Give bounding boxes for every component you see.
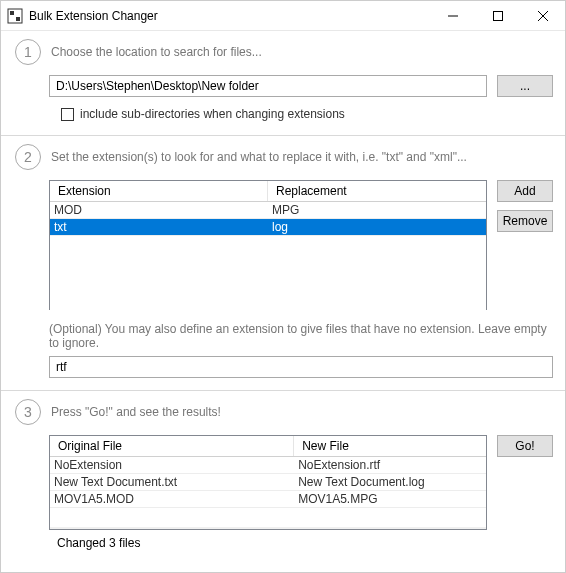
browse-button[interactable]: ...	[497, 75, 553, 97]
extensions-table[interactable]: Extension Replacement MODMPGtxtlog	[49, 180, 487, 310]
include-subdirs-label: include sub-directories when changing ex…	[80, 107, 345, 121]
cell-replacement: MPG	[268, 202, 486, 218]
add-button[interactable]: Add	[497, 180, 553, 202]
table-row[interactable]: MOV1A5.MODMOV1A5.MPG	[50, 491, 486, 508]
cell-new: MOV1A5.MPG	[294, 491, 486, 507]
noext-note: (Optional) You may also define an extens…	[49, 322, 553, 350]
cell-extension: txt	[50, 219, 268, 235]
svg-rect-1	[10, 11, 14, 15]
col-extension[interactable]: Extension	[50, 181, 268, 201]
cell-new: New Text Document.log	[294, 474, 486, 490]
table-row[interactable]: txtlog	[50, 219, 486, 236]
cell-original: NoExtension	[50, 457, 294, 473]
maximize-button[interactable]	[475, 1, 520, 30]
section-step3: 3 Press "Go!" and see the results! Origi…	[1, 391, 565, 562]
cell-original: MOV1A5.MOD	[50, 491, 294, 507]
cell-replacement: log	[268, 219, 486, 235]
svg-rect-2	[16, 17, 20, 21]
cell-extension: MOD	[50, 202, 268, 218]
section-step1: 1 Choose the location to search for file…	[1, 31, 565, 136]
col-new-file[interactable]: New File	[294, 436, 486, 456]
step1-badge: 1	[15, 39, 41, 65]
table-row[interactable]: NoExtensionNoExtension.rtf	[50, 457, 486, 474]
step2-badge: 2	[15, 144, 41, 170]
include-subdirs-checkbox[interactable]	[61, 108, 74, 121]
cell-new: NoExtension.rtf	[294, 457, 486, 473]
minimize-button[interactable]	[430, 1, 475, 30]
path-input[interactable]	[49, 75, 487, 97]
remove-button[interactable]: Remove	[497, 210, 553, 232]
status-text: Changed 3 files	[57, 536, 553, 550]
table-row[interactable]: MODMPG	[50, 202, 486, 219]
window-title: Bulk Extension Changer	[29, 9, 158, 23]
step3-badge: 3	[15, 399, 41, 425]
app-icon	[7, 8, 23, 24]
section-step2: 2 Set the extension(s) to look for and w…	[1, 136, 565, 391]
svg-rect-4	[493, 11, 502, 20]
step2-text: Set the extension(s) to look for and wha…	[51, 150, 467, 164]
noext-input[interactable]	[49, 356, 553, 378]
go-button[interactable]: Go!	[497, 435, 553, 457]
step3-text: Press "Go!" and see the results!	[51, 405, 221, 419]
col-original-file[interactable]: Original File	[50, 436, 294, 456]
step1-text: Choose the location to search for files.…	[51, 45, 262, 59]
titlebar: Bulk Extension Changer	[1, 1, 565, 31]
close-button[interactable]	[520, 1, 565, 30]
col-replacement[interactable]: Replacement	[268, 181, 486, 201]
results-table[interactable]: Original File New File NoExtensionNoExte…	[49, 435, 487, 530]
table-row[interactable]: New Text Document.txtNew Text Document.l…	[50, 474, 486, 491]
cell-original: New Text Document.txt	[50, 474, 294, 490]
